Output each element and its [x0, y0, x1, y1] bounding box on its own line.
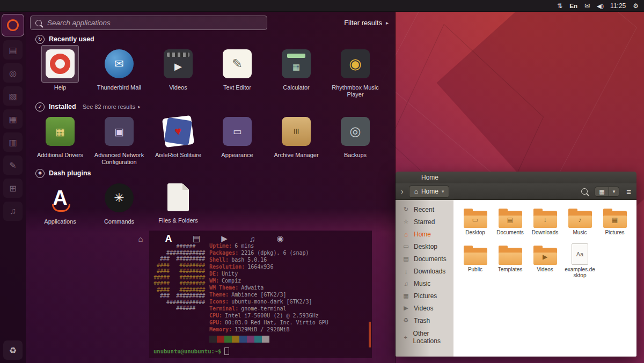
- hamburger-menu-icon[interactable]: ≡: [626, 187, 631, 196]
- app-tile[interactable]: ≡ Archive Manager: [270, 113, 322, 166]
- chevron-right-icon: ▸: [138, 104, 141, 109]
- unity-launcher: ▤ ◎ ▧ ▦ ▥ ✎ ⊞: [0, 12, 26, 363]
- launcher-item[interactable]: ▧: [3, 86, 23, 106]
- sidebar-item-label: Downloads: [414, 268, 445, 275]
- see-more-results-link[interactable]: See 82 more results: [83, 103, 135, 110]
- session-gear-icon[interactable]: ⚙: [633, 0, 639, 12]
- file-item[interactable]: Public: [459, 243, 492, 279]
- file-item[interactable]: ▶ Videos: [529, 243, 561, 279]
- app-tile[interactable]: ▭ Appearance: [211, 113, 263, 166]
- file-item-label: examples.desktop: [564, 266, 596, 279]
- view-options-caret-icon[interactable]: ▾: [609, 187, 619, 196]
- search-icon[interactable]: [581, 188, 588, 195]
- app-tile[interactable]: A Applications: [34, 179, 86, 225]
- grid-view-icon[interactable]: ▦: [595, 187, 608, 196]
- launcher-item[interactable]: ◎: [3, 63, 23, 83]
- sidebar-item[interactable]: ▭ Desktop: [396, 240, 453, 253]
- app-tile[interactable]: ◉ Rhythmbox Music Player: [330, 45, 381, 98]
- launcher-item[interactable]: [2, 14, 24, 36]
- launcher-item[interactable]: ⊞: [3, 179, 23, 198]
- lens-icon[interactable]: ◉: [273, 232, 287, 245]
- app-tile[interactable]: Files & Folders: [152, 179, 204, 225]
- trash-icon: ♻: [3, 340, 23, 360]
- emblem-icon: ♪: [568, 216, 592, 224]
- app-tile[interactable]: ▶ Videos: [152, 45, 204, 98]
- app-icon: [46, 49, 75, 78]
- app-label: Backups: [344, 152, 367, 159]
- app-label: Archive Manager: [274, 152, 318, 159]
- file-item[interactable]: ▭ Desktop: [459, 206, 492, 236]
- lens-icon[interactable]: ⌂: [134, 232, 148, 245]
- app-label: Rhythmbox Music Player: [330, 84, 381, 98]
- installed-icon: ✓: [35, 102, 45, 112]
- app-tile[interactable]: ▦ Calculator: [270, 45, 322, 98]
- path-bar-button[interactable]: ⌂ Home ▾: [409, 186, 450, 198]
- sidebar-item[interactable]: ⌂ Home: [396, 228, 453, 240]
- trash-launcher-item[interactable]: ♻: [0, 340, 26, 360]
- launcher-item[interactable]: ♫: [3, 202, 23, 221]
- app-tile[interactable]: ✎ Text Editor: [211, 45, 263, 98]
- lens-icon[interactable]: ▶: [217, 232, 231, 245]
- sidebar-item-icon: ▶: [402, 305, 409, 312]
- launcher-item[interactable]: ▦: [3, 109, 23, 129]
- sidebar-item[interactable]: ♫ Music: [396, 277, 453, 290]
- app-tile[interactable]: ♥ AisleRiot Solitaire: [152, 113, 204, 166]
- volume-icon[interactable]: ◀)): [597, 0, 603, 12]
- app-tile[interactable]: ✳ Commands: [93, 179, 145, 225]
- file-item[interactable]: ▤ Documents: [494, 206, 526, 236]
- view-toggle[interactable]: ▦ ▾: [595, 187, 619, 197]
- sidebar-item-icon: ↓: [402, 268, 409, 275]
- lens-icon[interactable]: ▤: [189, 232, 203, 245]
- sidebar-item[interactable]: + Other Locations: [396, 331, 453, 343]
- app-icon: ✉: [105, 49, 134, 78]
- launcher-item[interactable]: ▥: [3, 132, 23, 152]
- chevron-right-icon: ▸: [386, 20, 389, 26]
- window-titlebar[interactable]: Home: [396, 172, 636, 183]
- filter-results-button[interactable]: Filter results▸: [344, 19, 389, 27]
- app-tile[interactable]: ✉ Thunderbird Mail: [93, 45, 145, 98]
- recently-used-icon: ↻: [35, 35, 45, 44]
- app-tile[interactable]: ◎ Backups: [330, 113, 381, 166]
- lens-icon[interactable]: A: [162, 232, 175, 245]
- lens-icon[interactable]: ♫: [245, 232, 259, 245]
- sidebar-item[interactable]: ↓ Downloads: [396, 265, 453, 277]
- sidebar-item[interactable]: ♻ Trash: [396, 314, 453, 327]
- sidebar-item[interactable]: ▦ Pictures: [396, 290, 453, 302]
- app-icon: ✎: [223, 49, 252, 78]
- app-label: Text Editor: [223, 84, 251, 91]
- app-label: Files & Folders: [158, 217, 197, 224]
- clock[interactable]: 11:25: [610, 0, 626, 12]
- sidebar-item[interactable]: ▤ Documents: [396, 253, 453, 265]
- search-bar[interactable]: [30, 16, 267, 30]
- mail-icon[interactable]: ✉: [584, 0, 590, 12]
- file-item[interactable]: Templates: [494, 243, 526, 279]
- sidebar-item[interactable]: ▶ Videos: [396, 302, 453, 314]
- folder-icon: ♪: [568, 211, 592, 228]
- app-icon: ▦: [282, 49, 311, 78]
- app-tile[interactable]: Help: [34, 45, 86, 98]
- sidebar-item[interactable]: ☆ Starred: [396, 216, 453, 228]
- search-input[interactable]: [46, 18, 262, 27]
- app-tile[interactable]: ▦ Additional Drivers: [34, 113, 86, 166]
- launcher-item[interactable]: ▤: [3, 40, 23, 60]
- folder-icon: ▦: [603, 211, 627, 228]
- launcher-item[interactable]: ✎: [3, 155, 23, 175]
- emblem-icon: ▭: [464, 216, 487, 224]
- app-label: Applications: [44, 218, 76, 225]
- file-item[interactable]: ↓ Downloads: [529, 206, 561, 236]
- file-item-label: Pictures: [605, 229, 624, 236]
- file-item[interactable]: Aa examples.desktop: [564, 243, 596, 279]
- folder-icon: [499, 248, 522, 265]
- chevron-down-icon: ▾: [442, 189, 444, 194]
- file-item-label: Downloads: [532, 229, 558, 236]
- network-icon[interactable]: ⇅: [557, 0, 562, 12]
- installed-apps: ▦ Additional Drivers ▣ Advanced Network …: [34, 113, 389, 166]
- file-item[interactable]: ♪ Music: [564, 206, 596, 236]
- keyboard-indicator[interactable]: En: [569, 0, 577, 12]
- sidebar-item-label: Other Locations: [413, 330, 453, 345]
- folder-icon: [464, 248, 487, 265]
- file-item[interactable]: ▦ Pictures: [598, 206, 631, 236]
- sidebar-item[interactable]: ↻ Recent: [396, 203, 453, 216]
- nav-chevron-icon[interactable]: ›: [401, 187, 404, 196]
- app-tile[interactable]: ▣ Advanced Network Configuration: [93, 113, 145, 166]
